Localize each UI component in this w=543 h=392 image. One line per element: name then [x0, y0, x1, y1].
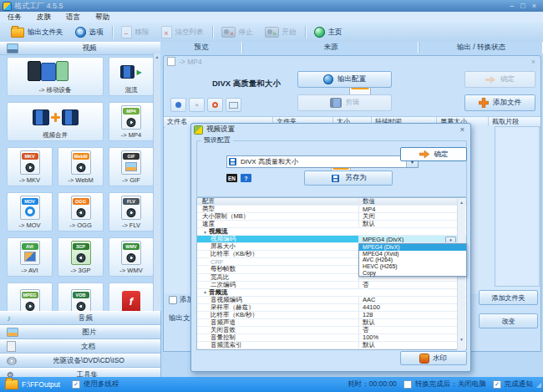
tile-to-wmv[interactable]: WMV -> WMV — [109, 237, 154, 277]
scroll-up-icon[interactable]: ▲ — [155, 54, 160, 59]
preset-combobox[interactable]: DIVX 高质量和大小 ▼ — [226, 155, 419, 168]
column-source[interactable]: 来源 — [243, 42, 419, 53]
audio-option-button[interactable] — [170, 98, 186, 112]
setting-row-two-pass[interactable]: 二次编码 否 — [197, 282, 466, 289]
setting-row-volume-control[interactable]: 音量控制 100% — [197, 334, 466, 342]
tile-to-vob[interactable]: VOB — [58, 283, 104, 311]
menu-skin[interactable]: 皮肤 — [29, 13, 58, 23]
tile-to-3gp[interactable]: 3GP -> 3GP — [58, 237, 104, 277]
tile-to-swf[interactable]: f — [109, 283, 154, 311]
toolbar-separator — [305, 26, 306, 38]
convert-window-titlebar[interactable]: -> MP4 × — [164, 56, 540, 67]
tile-to-mobile-device[interactable]: -> 移动设备 — [7, 57, 104, 96]
menu-help[interactable]: 帮助 — [88, 13, 117, 23]
setting-group-video-stream[interactable]: ▾视频流 — [197, 228, 466, 236]
title-bar[interactable]: 格式工厂 4.5.5 – □ × — [0, 0, 543, 12]
setting-group-audio-stream[interactable]: ▾音频流 — [197, 289, 466, 297]
convert-window-close-icon[interactable]: × — [531, 58, 535, 66]
codec-option-avc[interactable]: AVC (H264) — [359, 257, 466, 263]
dialog-titlebar[interactable]: 视频设置 × — [191, 124, 470, 135]
tile-to-avi[interactable]: AVI -> AVI — [7, 237, 53, 277]
resize-grip-icon[interactable]: ◢ — [536, 381, 541, 389]
cut-option-button[interactable]: × — [189, 98, 205, 112]
clip-button[interactable]: 剪辑 — [297, 94, 392, 111]
column-output-status[interactable]: 输出 / 转换状态 — [419, 42, 543, 53]
remove-button[interactable]: – 移除 — [115, 24, 155, 40]
codec-dropdown-button[interactable]: ▾ — [445, 237, 456, 242]
setting-row-audio-bitrate[interactable]: 比特率（KB/秒） 128 — [197, 312, 466, 319]
sidebar-scrollbar[interactable]: ▲ — [153, 53, 160, 311]
clear-list-button[interactable]: × 清空列表 — [155, 24, 210, 40]
start-button[interactable]: ▶ 开始 — [259, 24, 302, 40]
dialog-title: 视频设置 — [206, 125, 235, 135]
dialog-close-icon[interactable]: × — [460, 125, 464, 134]
codec-option-copy[interactable]: Copy — [359, 269, 466, 276]
save-as-button[interactable]: 另存为 — [304, 171, 393, 186]
setting-row-speed[interactable]: 速度 默认 — [197, 221, 466, 228]
change-button[interactable]: 改变 — [479, 313, 538, 328]
tile-mux[interactable]: ▶ 混流 — [109, 57, 154, 96]
mov-quicktime-icon: MOV — [8, 193, 52, 221]
setting-row-audio-codec[interactable]: 音视频编码 AAC — [197, 297, 466, 304]
column-preview[interactable]: 预览 — [160, 42, 243, 53]
sidebar-section-picture[interactable]: 图片 — [0, 325, 160, 339]
codec-option-divx[interactable]: MPEG4 (DivX) — [359, 244, 466, 251]
tile-to-mov[interactable]: MOV -> MOV — [7, 192, 53, 232]
menu-task[interactable]: 任务 — [0, 13, 29, 23]
tile-to-webm[interactable]: WebM -> WebM — [58, 147, 104, 186]
tile-to-ogg[interactable]: OGG -> OGG — [58, 192, 104, 232]
record-option-button[interactable] — [207, 98, 223, 112]
video-join-icon — [8, 103, 103, 131]
watermark-button[interactable]: 水印 — [400, 351, 467, 365]
tile-to-mkv[interactable]: MKV -> MKV — [7, 147, 53, 186]
shutdown-checkbox[interactable] — [403, 380, 412, 389]
status-bar: F:\FFOutput ✓ 使用多线程 耗时：00:00:00 转换完成后：关闭… — [0, 377, 543, 392]
language-en-button[interactable]: EN — [226, 174, 237, 182]
help-button[interactable]: ? — [241, 174, 251, 182]
tile-to-flv[interactable]: FLV -> FLV — [109, 192, 154, 232]
scroll-down-icon[interactable]: ▼ — [458, 337, 465, 342]
maximize-button[interactable]: □ — [520, 2, 525, 10]
tile-to-mpeg[interactable]: MPEG — [7, 283, 53, 311]
scroll-up-icon[interactable]: ▲ — [458, 200, 465, 205]
home-button[interactable]: 主页 — [308, 24, 348, 40]
codec-option-xvid[interactable]: MPEG4 (Xvid) — [359, 251, 466, 257]
codec-option-hevc[interactable]: HEVC (H265) — [359, 263, 466, 270]
dialog-ok-button[interactable]: 确定 — [400, 147, 467, 161]
sidebar-section-disc[interactable]: 光驱设备\DVD\CD\ISO — [0, 354, 160, 368]
sidebar-section-document[interactable]: 文档 — [0, 339, 160, 354]
screen-option-button[interactable] — [226, 98, 241, 112]
setting-row-video-codec[interactable]: 视频编码 MPEG4 (DivX) ▾ — [197, 236, 466, 243]
options-button[interactable]: ⚙ 选项 — [69, 24, 109, 40]
output-folder-button[interactable]: 输出文件夹 — [5, 24, 69, 40]
stop-button[interactable]: ■ 停止 — [216, 24, 259, 40]
minimize-button[interactable]: – — [510, 2, 514, 10]
convert-ok-button[interactable]: 确定 — [464, 71, 535, 88]
webm-file-icon: WebM — [58, 148, 103, 176]
setting-row-audio-channels[interactable]: 音频声道 默认 — [197, 319, 466, 327]
setting-row-sample-rate[interactable]: 采样率（赫兹） 44100 — [197, 304, 466, 312]
sidebar-section-audio[interactable]: ♪ 音频 — [0, 311, 160, 325]
vob-file-icon: VOB — [58, 283, 103, 311]
setting-row-type[interactable]: 类型 MP4 — [197, 206, 466, 213]
add-file-button[interactable]: 添加文件 — [464, 94, 535, 111]
setting-row-audio-stream-index[interactable]: 音频流索引 默认 — [197, 342, 466, 349]
output-path-folder-icon — [5, 379, 18, 389]
close-button[interactable]: × — [532, 2, 536, 10]
menu-language[interactable]: 语言 — [58, 13, 88, 23]
mp4-file-icon: MP4 — [109, 103, 153, 131]
add-folder-button[interactable]: 添加文件夹 — [479, 290, 538, 305]
tile-to-gif[interactable]: GIF -> GIF — [109, 147, 154, 186]
setting-row-disable-audio[interactable]: 关闭音效 否 — [197, 327, 466, 334]
notify-checkbox[interactable]: ✓ — [493, 380, 501, 389]
tile-video-join[interactable]: 视频合并 — [7, 102, 104, 141]
multithread-checkbox[interactable]: ✓ — [72, 380, 80, 389]
output-path[interactable]: F:\FFOutput — [22, 380, 60, 389]
toolbar-separator — [212, 26, 213, 38]
output-config-button[interactable]: 输出配置 — [297, 71, 392, 88]
sidebar-accordion: ♪ 音频 图片 文档 光驱设备\DVD\CD\ISO ⚙ 工具集 — [0, 311, 161, 382]
flv-file-icon: FLV — [109, 193, 153, 221]
tile-to-mp4[interactable]: MP4 -> MP4 — [109, 102, 154, 141]
swf-flash-icon: f — [109, 283, 153, 311]
setting-row-size-limit[interactable]: 大小限制（MB） 关闭 — [197, 213, 466, 221]
